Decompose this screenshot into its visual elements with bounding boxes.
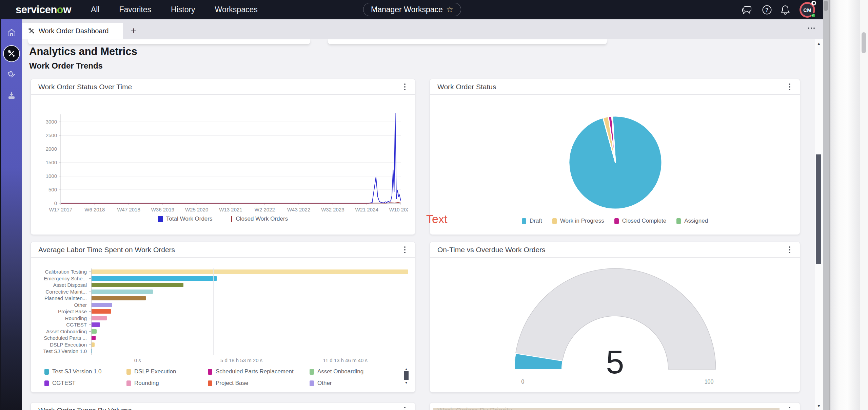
gauge-chart: 50100 [430, 259, 800, 393]
sidebar-item-home[interactable] [4, 25, 19, 40]
outer-scrollbar[interactable] [860, 0, 868, 410]
bar-track [91, 283, 408, 287]
logo-text-end: w [63, 4, 71, 16]
scrolled-card-stub-left [28, 39, 310, 44]
window-edge-gutter [829, 0, 860, 410]
y-tick-label: 2500 [46, 132, 57, 138]
bar-row: Asset Disposal [38, 282, 408, 288]
legend-label: Test SJ Version 1.0 [52, 368, 102, 375]
x-tick-label: W6 2018 [84, 207, 105, 212]
bar-track [91, 309, 408, 314]
bar-track [91, 290, 408, 294]
bar-track [91, 349, 408, 353]
scrollbar-thumb[interactable] [816, 154, 821, 264]
nav-all[interactable]: All [91, 5, 100, 14]
legend-item[interactable]: CGTEST [44, 380, 126, 387]
sidebar-item-work-orders-active[interactable] [4, 46, 19, 61]
kebab-menu-icon[interactable] [787, 405, 792, 410]
sidebar-item-tags[interactable] [4, 67, 19, 82]
tab-work-order-dashboard[interactable]: Work Order Dashboard [22, 23, 123, 39]
legend-label: Asset Onboarding [317, 368, 363, 375]
legend-item[interactable]: Closed Complete [614, 218, 666, 224]
add-tab-button[interactable]: + [127, 25, 140, 37]
legend-item[interactable]: Draft [522, 218, 542, 224]
section-title: Analytics and Metrics [29, 45, 137, 58]
legend-item[interactable]: Project Base [208, 380, 310, 387]
bar-chart-legend: Test SJ Version 1.0DSLP ExecutionSchedul… [44, 368, 398, 387]
bar-row: Rounding [38, 315, 408, 322]
legend-item[interactable]: Closed Work Orders [231, 216, 288, 222]
scrolled-card-stub-right [328, 39, 607, 44]
legend-marker [158, 216, 163, 222]
legend-item[interactable]: Scheduled Parts Replacement [208, 368, 310, 375]
content-scrollbar[interactable]: ▲ ▼ [815, 39, 823, 410]
legend-item[interactable]: Assigned [676, 218, 708, 224]
nav-favorites[interactable]: Favorites [119, 5, 151, 14]
legend-item[interactable]: Other [310, 380, 398, 387]
sidebar-item-install[interactable] [4, 88, 19, 104]
legend-item[interactable]: Asset Onboarding [310, 368, 398, 375]
legend-item[interactable]: Work in Progress [552, 218, 604, 224]
nav-history[interactable]: History [171, 5, 195, 14]
scrollbar-up-arrow[interactable]: ▲ [815, 41, 823, 45]
card-title: On-Time vs Overdue Work Orders [437, 246, 546, 254]
line-chart-canvas: 050010001500200025003000W17 2017W6 2018W… [38, 109, 408, 215]
scrollbar-down-arrow[interactable]: ▼ [815, 404, 823, 408]
notifications-bell-icon[interactable] [778, 3, 792, 17]
bar-other [91, 303, 112, 307]
legend-label: Total Work Orders [166, 216, 213, 222]
servicenow-logo[interactable]: servicenow [16, 4, 71, 16]
pie-chart-canvas [430, 98, 800, 215]
avatar-camera-badge [811, 1, 816, 5]
legend-marker [522, 218, 526, 224]
bar-row: Emergency Sche... [38, 275, 408, 282]
legend-item[interactable]: Rounding [126, 380, 208, 387]
download-tray-icon [7, 91, 16, 100]
bar-row: DSLP Execution [38, 341, 408, 348]
series-closed-work-orders [61, 203, 401, 203]
bar-asset-onboarding [91, 329, 97, 334]
legend-marker [126, 380, 131, 386]
gauge-min-label: 0 [521, 379, 525, 385]
help-icon[interactable]: ? [760, 3, 774, 17]
legend-label: Closed Complete [622, 218, 666, 224]
legend-scroll-control[interactable]: ▴ ▾ [403, 367, 409, 385]
favorite-star-icon[interactable]: ☆ [446, 5, 454, 14]
tab-overflow-menu[interactable] [808, 27, 815, 29]
tab-label: Work Order Dashboard [39, 27, 108, 35]
bar-row: Asset Onboarding [38, 328, 408, 335]
card-header: Work Order Status [430, 79, 800, 95]
kebab-menu-icon[interactable] [402, 244, 408, 255]
bar-row: Scheduled Parts ... [38, 335, 408, 341]
legend-scroll-thumb[interactable] [404, 371, 409, 380]
bar-track [91, 316, 408, 320]
y-tick-label: 1500 [46, 160, 57, 165]
legend-label: Other [317, 380, 332, 387]
user-avatar[interactable]: CM ✓ [800, 2, 815, 18]
kebab-menu-icon[interactable] [402, 405, 408, 410]
kebab-menu-icon[interactable] [787, 244, 792, 255]
card-title: Work Order Status Over Time [38, 83, 132, 91]
pie-chart-legend: DraftWork in ProgressClosed CompleteAssi… [430, 218, 800, 224]
legend-marker [208, 369, 212, 375]
legend-item[interactable]: DSLP Execution [126, 368, 208, 375]
outer-scrollbar-thumb[interactable] [862, 32, 866, 53]
browser-scrollbar-thumb[interactable] [824, 1, 828, 11]
x-tick-label: W10 2025 [389, 207, 408, 212]
legend-scroll-down-icon[interactable]: ▾ [405, 381, 407, 385]
nav-workspaces[interactable]: Workspaces [215, 5, 258, 14]
kebab-menu-icon[interactable] [402, 81, 408, 92]
bar-row: Project Base [38, 308, 408, 315]
tools-icon [7, 49, 16, 58]
legend-marker [208, 380, 212, 386]
legend-scroll-up-icon[interactable]: ▴ [405, 367, 407, 371]
workspace-switcher-pill[interactable]: Manager Workspace ☆ [363, 3, 461, 16]
legend-label: Draft [530, 218, 542, 224]
legend-item[interactable]: Test SJ Version 1.0 [44, 368, 126, 375]
chat-icon[interactable] [740, 3, 754, 17]
kebab-menu-icon[interactable] [787, 81, 792, 92]
legend-item[interactable]: Total Work Orders [158, 216, 213, 222]
bar-project-base [91, 309, 111, 314]
x-tick-label: W17 2017 [49, 207, 72, 212]
browser-scrollbar-track[interactable] [823, 0, 829, 410]
